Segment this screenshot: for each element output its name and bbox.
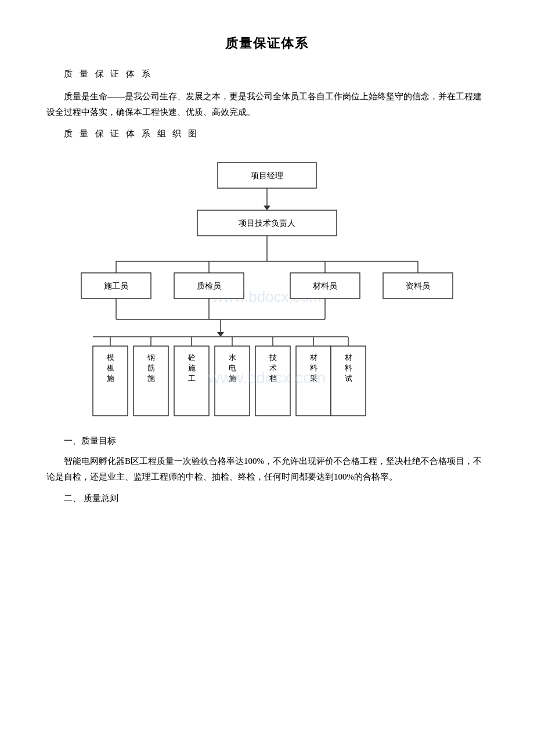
svg-text:材: 材 xyxy=(344,353,352,362)
subtitle: 质 量 保 证 体 系 xyxy=(64,69,488,80)
svg-text:筋: 筋 xyxy=(147,363,155,372)
org-chart-svg: www.bdocx.com 项目经理 项目技术负责人 xyxy=(64,151,470,430)
svg-text:施: 施 xyxy=(229,374,236,383)
svg-text:试: 试 xyxy=(345,374,352,383)
svg-text:施: 施 xyxy=(188,363,196,372)
svg-text:档: 档 xyxy=(269,374,277,383)
page-title: 质量保证体系 xyxy=(46,35,488,52)
svg-text:施工员: 施工员 xyxy=(104,282,128,290)
svg-text:水: 水 xyxy=(229,353,236,362)
svg-marker-26 xyxy=(217,332,224,337)
section2-title: 二、 质量总则 xyxy=(64,493,488,504)
svg-text:材料员: 材料员 xyxy=(312,282,337,290)
svg-text:料: 料 xyxy=(310,363,317,372)
svg-text:质检员: 质检员 xyxy=(197,282,221,290)
svg-text:钢: 钢 xyxy=(147,353,155,362)
svg-text:施: 施 xyxy=(107,374,114,383)
svg-text:电: 电 xyxy=(229,363,236,372)
svg-text:工: 工 xyxy=(188,374,196,383)
section1-title: 一、质量目标 xyxy=(64,435,488,447)
intro-paragraph: 质量是生命——是我公司生存、发展之本，更是我公司全体员工各自工作岗位上始终坚守的… xyxy=(46,89,488,120)
svg-text:料: 料 xyxy=(345,363,352,372)
svg-text:板: 板 xyxy=(106,363,114,372)
svg-text:材: 材 xyxy=(309,353,317,362)
svg-text:施: 施 xyxy=(147,374,155,383)
org-chart-title: 质 量 保 证 体 系 组 织 图 xyxy=(64,128,488,139)
svg-text:资料员: 资料员 xyxy=(406,282,430,290)
svg-marker-4 xyxy=(264,206,270,210)
svg-text:项目经理: 项目经理 xyxy=(251,171,283,180)
svg-text:术: 术 xyxy=(269,363,277,372)
svg-text:技: 技 xyxy=(269,353,277,362)
svg-text:模: 模 xyxy=(107,353,114,362)
svg-text:砼: 砼 xyxy=(187,353,196,362)
svg-text:项目技术负责人: 项目技术负责人 xyxy=(239,219,295,228)
svg-text:采: 采 xyxy=(310,374,317,383)
org-chart: www.bdocx.com 项目经理 项目技术负责人 xyxy=(46,151,488,430)
section1-paragraph: 智能电网孵化器B区工程质量一次验收合格率达100%，不允许出现评价不合格工程，坚… xyxy=(46,453,488,485)
